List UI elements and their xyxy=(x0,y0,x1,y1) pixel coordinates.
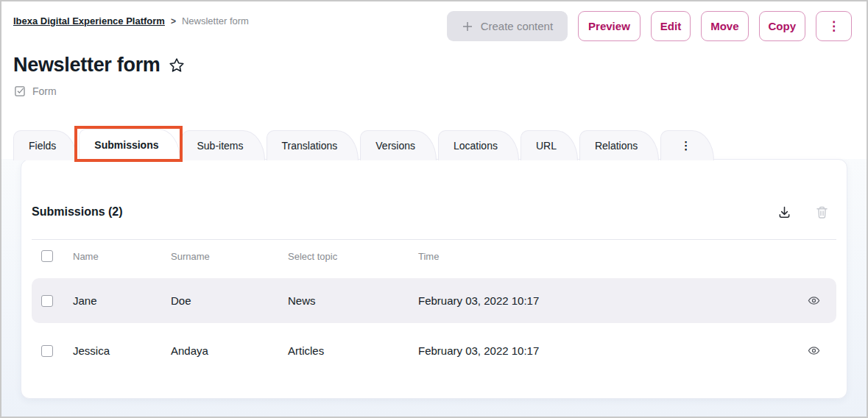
eye-icon xyxy=(808,294,820,307)
tab-label: Relations xyxy=(595,140,638,152)
breadcrumb-root-link[interactable]: Ibexa Digital Experience Platform xyxy=(13,15,165,26)
kebab-icon: ⋮ xyxy=(680,139,691,152)
create-content-button[interactable]: Create content xyxy=(447,11,568,41)
cell-name: Jane xyxy=(73,294,171,307)
tab-label: URL xyxy=(536,140,557,152)
cell-name: Jessica xyxy=(73,344,171,357)
title-row: Newsletter form xyxy=(1,54,867,77)
tab-translations[interactable]: Translations xyxy=(267,130,359,160)
panel-title: Submissions (2) xyxy=(32,204,123,220)
breadcrumb: Ibexa Digital Experience Platform > News… xyxy=(13,11,249,26)
delete-submissions-button[interactable] xyxy=(815,205,829,219)
tab-submissions[interactable]: Submissions xyxy=(79,129,180,160)
breadcrumb-current: Newsletter form xyxy=(182,15,249,26)
tab-label: Translations xyxy=(282,140,338,152)
edit-button[interactable]: Edit xyxy=(651,11,691,41)
submissions-table: Name Surname Select topic Time Jane Doe … xyxy=(32,239,836,373)
preview-button[interactable]: Preview xyxy=(578,11,641,41)
cell-time: February 03, 2022 10:17 xyxy=(418,294,791,307)
content-type-row: Form xyxy=(1,85,867,97)
column-header-time: Time xyxy=(418,251,791,262)
view-submission-button[interactable] xyxy=(808,344,820,357)
select-all-checkbox[interactable] xyxy=(41,250,53,262)
form-type-icon xyxy=(14,85,27,97)
panel-header: Submissions (2) xyxy=(32,204,829,220)
row-checkbox[interactable] xyxy=(41,345,53,357)
page-title: Newsletter form xyxy=(13,54,160,77)
tab-label: Locations xyxy=(454,140,498,152)
tab-sub-items[interactable]: Sub-items xyxy=(182,130,265,160)
cell-time: February 03, 2022 10:17 xyxy=(418,344,791,357)
more-actions-button[interactable]: ⋮ xyxy=(816,11,852,41)
tab-bar: Fields Submissions Sub-items Translation… xyxy=(13,129,716,160)
download-submissions-button[interactable] xyxy=(777,205,791,219)
tab-label: Sub-items xyxy=(197,140,244,152)
tab-relations[interactable]: Relations xyxy=(579,130,659,160)
eye-icon xyxy=(808,344,820,357)
tab-label: Versions xyxy=(375,140,415,152)
tab-fields[interactable]: Fields xyxy=(13,130,77,160)
table-row[interactable]: Jane Doe News February 03, 2022 10:17 xyxy=(32,278,836,323)
tab-versions[interactable]: Versions xyxy=(360,130,437,160)
cell-topic: Articles xyxy=(288,344,418,357)
tab-locations[interactable]: Locations xyxy=(438,130,519,160)
tab-url[interactable]: URL xyxy=(521,130,578,160)
download-icon xyxy=(777,205,791,219)
row-checkbox[interactable] xyxy=(41,295,53,307)
copy-button[interactable]: Copy xyxy=(759,11,806,41)
bookmark-star-icon[interactable] xyxy=(168,57,186,74)
panel-toolbar xyxy=(777,205,829,219)
view-submission-button[interactable] xyxy=(808,294,820,307)
plus-icon xyxy=(462,21,473,32)
column-header-name: Name xyxy=(73,251,171,262)
action-buttons: Create content Preview Edit Move Copy ⋮ xyxy=(447,11,852,41)
move-button[interactable]: Move xyxy=(701,11,748,41)
top-bar: Ibexa Digital Experience Platform > News… xyxy=(1,1,867,41)
column-header-topic: Select topic xyxy=(288,251,418,262)
cell-topic: News xyxy=(288,294,418,307)
kebab-icon: ⋮ xyxy=(828,20,840,32)
cell-surname: Doe xyxy=(171,294,288,307)
table-row[interactable]: Jessica Andaya Articles February 03, 202… xyxy=(32,328,836,373)
create-content-label: Create content xyxy=(481,20,553,32)
tab-label: Submissions xyxy=(94,139,158,151)
tab-label: Fields xyxy=(29,140,56,152)
column-header-surname: Surname xyxy=(171,251,288,262)
content-type-label: Form xyxy=(32,85,57,97)
breadcrumb-separator: > xyxy=(171,16,176,26)
cell-surname: Andaya xyxy=(171,344,288,357)
submissions-panel: Submissions (2) Name Surname xyxy=(21,159,847,399)
table-header-row: Name Surname Select topic Time xyxy=(32,240,836,272)
app-window: Ibexa Digital Experience Platform > News… xyxy=(0,0,868,418)
trash-icon xyxy=(815,205,829,219)
tab-more[interactable]: ⋮ xyxy=(660,130,714,160)
